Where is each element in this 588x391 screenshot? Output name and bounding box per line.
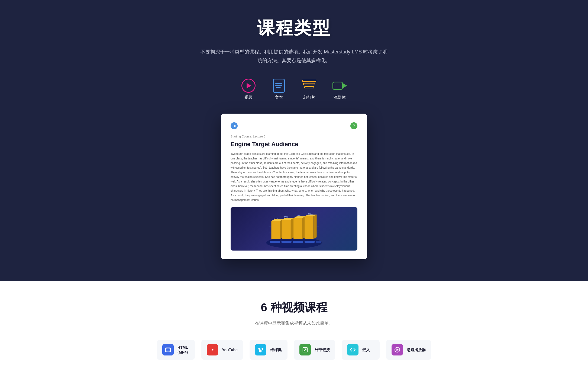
svg-marker-15 xyxy=(293,218,302,239)
card-help-button[interactable]: ? xyxy=(350,122,357,129)
vimeo-svg xyxy=(258,347,264,353)
video-type-embed[interactable]: 嵌入 xyxy=(342,340,380,360)
video-type-quick-label: 急速播放器 xyxy=(407,347,426,352)
bottom-subtitle: 在课程中显示和集成视频从未如此简单。 xyxy=(255,321,333,326)
stream-icon xyxy=(332,80,347,92)
svg-line-38 xyxy=(304,349,306,351)
youtube-svg xyxy=(209,348,215,352)
card-prev-button[interactable]: ◀ xyxy=(231,122,238,129)
svg-marker-12 xyxy=(282,220,291,239)
video-type-vimeo[interactable]: 维梅奥 xyxy=(250,340,287,360)
svg-marker-18 xyxy=(305,216,314,239)
vimeo-icon xyxy=(255,344,266,355)
card-body-text: Two fourth grade classes are learning ab… xyxy=(231,152,357,202)
card-chart: 60% 65% 70% 75% xyxy=(231,207,357,251)
text-tab-icon xyxy=(272,79,286,93)
bottom-title: 6 种视频课程 xyxy=(261,300,327,315)
slide-tab-icon xyxy=(302,79,316,93)
card-navigation: ◀ ? xyxy=(231,122,357,129)
external-link-svg xyxy=(302,347,308,353)
svg-rect-21 xyxy=(270,241,280,243)
content-preview-card: ◀ ? Starting Course, Lecture 3 Engine Ta… xyxy=(221,114,367,259)
svg-rect-23 xyxy=(293,241,303,243)
page-title: 课程类型 xyxy=(257,16,331,40)
video-play-icon xyxy=(241,79,256,93)
svg-marker-20 xyxy=(314,214,317,239)
tab-text-label: 文本 xyxy=(275,95,283,100)
video-type-html-label: HTML (MP4) xyxy=(177,345,188,355)
video-type-vimeo-label: 维梅奥 xyxy=(270,347,282,352)
code-icon xyxy=(347,344,358,355)
video-type-external-label: 外部链接 xyxy=(315,347,330,352)
video-type-youtube-label: YouTube xyxy=(222,347,238,352)
svg-rect-24 xyxy=(305,241,315,243)
page-subtitle: 不要拘泥于一种类型的课程。利用提供的选项。我们开发 Masterstudy LM… xyxy=(199,47,389,65)
top-section: 课程类型 不要拘泥于一种类型的课程。利用提供的选项。我们开发 Masterstu… xyxy=(0,0,588,281)
video-type-external[interactable]: 外部链接 xyxy=(294,340,335,360)
film-icon xyxy=(162,344,174,355)
bottom-section: 6 种视频课程 在课程中显示和集成视频从未如此简单。 HTML (MP4) xyxy=(0,281,588,376)
video-type-embed-label: 嵌入 xyxy=(362,347,370,352)
quick-icon xyxy=(392,344,403,355)
stream-tab-icon xyxy=(332,79,347,93)
svg-marker-9 xyxy=(271,221,280,239)
svg-rect-25 xyxy=(316,241,321,243)
video-tab-icon xyxy=(241,79,256,93)
code-svg xyxy=(350,347,356,353)
tab-slide[interactable]: 幻灯片 xyxy=(302,79,316,100)
slides-icon xyxy=(302,80,316,92)
video-type-html[interactable]: HTML (MP4) xyxy=(157,340,195,360)
tab-slide-label: 幻灯片 xyxy=(303,95,315,100)
tab-stream-label: 流媒体 xyxy=(334,95,346,100)
video-types-row: HTML (MP4) YouTube 维梅奥 xyxy=(157,340,431,360)
tab-video-label: 视频 xyxy=(244,95,253,100)
video-type-quick[interactable]: 急速播放器 xyxy=(386,340,431,360)
tab-stream[interactable]: 流媒体 xyxy=(332,79,347,100)
card-title: Engine Target Audience xyxy=(231,141,357,148)
video-type-youtube[interactable]: YouTube xyxy=(201,340,243,360)
tab-text[interactable]: 文本 xyxy=(272,79,286,100)
external-link-icon xyxy=(299,344,311,355)
course-type-tabs: 视频 文本 幻灯片 xyxy=(241,79,347,100)
tab-video[interactable]: 视频 xyxy=(241,79,256,100)
card-breadcrumb: Starting Course, Lecture 3 xyxy=(231,135,357,138)
quick-svg xyxy=(394,347,400,353)
film-svg xyxy=(165,347,171,353)
svg-marker-40 xyxy=(396,348,399,351)
isometric-chart-svg: 60% 65% 70% 75% xyxy=(236,213,352,248)
svg-rect-22 xyxy=(282,241,292,243)
youtube-icon xyxy=(207,344,218,355)
document-icon xyxy=(273,79,285,93)
